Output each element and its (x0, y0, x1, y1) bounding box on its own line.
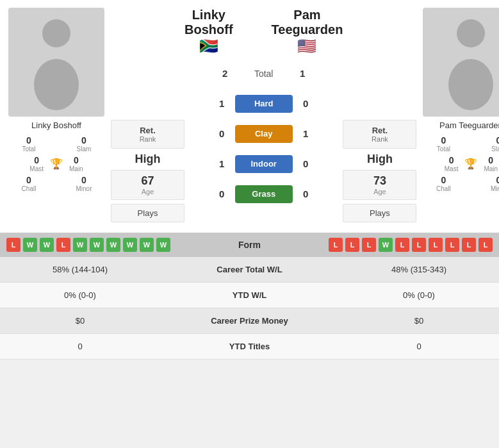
surface-row-hard: 1 Hard 0 (214, 88, 314, 119)
left-main-val: 0 (69, 155, 83, 165)
right-trophy-row: 0 Mast 🏆 0 Main (445, 155, 498, 172)
left-rank-sublabel: Rank (114, 135, 181, 143)
form-badge-right: L (429, 238, 443, 252)
stat-center-label: Career Total W/L (160, 257, 339, 283)
surface-left-indoor: 1 (214, 158, 230, 169)
form-label: Form (224, 240, 275, 250)
form-section: LWWLWWWWWW Form LLLWLLLLLL (0, 233, 499, 257)
right-player-avatar (423, 8, 499, 117)
right-age-val: 73 (346, 174, 413, 188)
form-badge-left: W (156, 238, 170, 252)
right-trophy-icon: 🏆 (464, 158, 477, 170)
main-container: Linky Boshoff 0 Total 0 Slam 0 Mast 🏆 (0, 0, 499, 360)
total-right-count: 1 (295, 68, 311, 79)
right-minor-stat: 0 Minor (475, 175, 499, 192)
stat-center-label: Career Prize Money (160, 308, 339, 334)
right-main-val: 0 (484, 155, 498, 165)
left-trophy-icon: 🏆 (50, 158, 63, 170)
total-left-count: 2 (217, 68, 233, 79)
right-player-name: Pam Teeguarden (439, 120, 499, 130)
form-badge-right: L (345, 238, 359, 252)
surface-badge-grass: Grass (235, 185, 293, 203)
left-rank-box: Ret. Rank (111, 120, 184, 149)
right-age-box: 73 Age (343, 170, 416, 200)
right-slam-val: 0 (475, 135, 499, 145)
right-main-stat: 0 Main (484, 155, 498, 172)
form-badge-left: L (56, 238, 70, 252)
surface-rows: 1 Hard 0 0 Clay 1 1 Indoor 0 0 Grass 0 (214, 88, 314, 209)
form-badge-left: W (140, 238, 154, 252)
stat-left-val: 0 (0, 334, 160, 360)
surface-badge-indoor: Indoor (235, 155, 293, 173)
form-badge-left: L (6, 238, 20, 252)
stats-table: 58% (144-104) Career Total W/L 48% (315-… (0, 257, 499, 360)
surface-left-clay: 0 (214, 128, 230, 139)
stats-row: $0 Career Prize Money $0 (0, 308, 499, 334)
right-high-text: High (343, 153, 416, 166)
stat-left-val: $0 (0, 308, 160, 334)
right-slam-stat: 0 Slam (475, 135, 499, 153)
form-badge-right: L (412, 238, 426, 252)
left-plays-label: Plays (114, 208, 181, 218)
stat-center-label: YTD W/L (160, 283, 339, 308)
right-plays-label: Plays (346, 208, 413, 218)
surface-right-clay: 1 (298, 128, 314, 139)
total-row: 2 Total 1 (217, 58, 311, 88)
form-badge-left: W (73, 238, 87, 252)
surface-badge-hard: Hard (235, 95, 293, 113)
form-badge-right: L (395, 238, 409, 252)
left-slam-stat: 0 Slam (60, 135, 108, 153)
surface-right-indoor: 0 (298, 158, 314, 169)
svg-point-0 (42, 19, 70, 47)
surface-right-hard: 0 (298, 98, 314, 109)
left-chall-stat: 0 Chall (5, 175, 53, 192)
right-name-header: Pam Teeguarden (272, 8, 343, 37)
stat-right-val: 0 (339, 334, 499, 360)
left-middle-stats: Ret. Rank High 67 Age Plays (108, 8, 184, 226)
right-rank-sublabel: Rank (346, 135, 413, 143)
total-label: Total (238, 65, 290, 83)
form-left: LWWLWWWWWW (6, 238, 218, 252)
form-badge-left: W (123, 238, 137, 252)
right-mast-stat: 0 Mast (445, 155, 459, 172)
right-rank-label: Ret. (346, 126, 413, 135)
form-badge-right: L (329, 238, 343, 252)
right-flag: 🇺🇸 (272, 37, 343, 55)
form-right: LLLWLLLLLL (282, 238, 493, 252)
right-minor-val: 0 (475, 175, 499, 185)
form-badge-right: L (445, 238, 459, 252)
surface-left-grass: 0 (214, 188, 230, 199)
surface-right-grass: 0 (298, 188, 314, 199)
left-player-name: Linky Boshoff (31, 120, 81, 130)
right-total-val: 0 (420, 135, 467, 145)
form-badge-right: L (462, 238, 476, 252)
left-age-label: Age (114, 188, 181, 195)
left-total-val: 0 (5, 135, 53, 145)
right-plays-box: Plays (343, 204, 416, 222)
left-player-column: Linky Boshoff 0 Total 0 Slam 0 Mast 🏆 (5, 8, 108, 226)
right-age-label: Age (346, 188, 413, 195)
left-rank-label: Ret. (114, 126, 181, 135)
right-chall-stat: 0 Chall (420, 175, 467, 192)
svg-point-1 (34, 59, 79, 110)
left-high-text: High (111, 153, 184, 166)
left-mast-stat: 0 Mast (29, 155, 44, 172)
right-player-column: Pam Teeguarden 0 Total 0 Slam 0 Mast 🏆 (420, 8, 499, 226)
left-player-avatar (8, 8, 104, 117)
top-area: Linky Boshoff 0 Total 0 Slam 0 Mast 🏆 (0, 0, 499, 233)
form-badge-right: L (362, 238, 376, 252)
form-badge-right: L (479, 238, 493, 252)
center-column: Linky Boshoff 🇿🇦 Pam Teeguarden 🇺🇸 2 Tot… (184, 8, 343, 226)
left-main-stat: 0 Main (69, 155, 83, 172)
right-chall-val: 0 (420, 175, 467, 185)
surface-row-grass: 0 Grass 0 (214, 179, 314, 209)
left-slam-val: 0 (60, 135, 108, 145)
stat-left-val: 58% (144-104) (0, 257, 160, 283)
svg-point-2 (457, 19, 485, 47)
form-badge-right: W (379, 238, 393, 252)
left-name-header: Linky Boshoff (184, 8, 233, 37)
form-badge-left: W (106, 238, 120, 252)
svg-point-3 (448, 59, 493, 110)
surface-badge-clay: Clay (235, 125, 293, 143)
stat-center-label: YTD Titles (160, 334, 339, 360)
